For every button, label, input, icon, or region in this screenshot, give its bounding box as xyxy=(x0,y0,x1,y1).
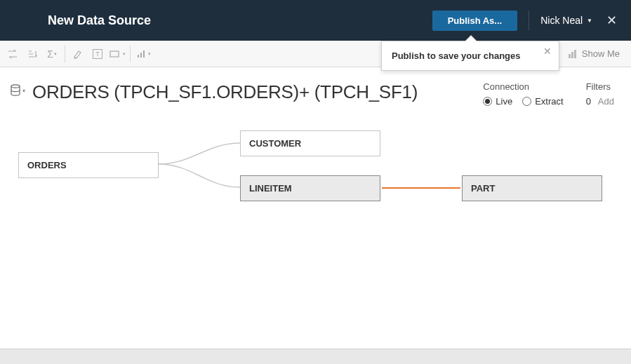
text-icon[interactable]: T xyxy=(88,44,107,64)
svg-rect-2 xyxy=(140,53,142,58)
table-part[interactable]: PART xyxy=(462,175,602,201)
svg-rect-5 xyxy=(571,52,573,58)
svg-point-7 xyxy=(11,85,20,88)
showme-icon xyxy=(568,49,578,59)
radio-icon xyxy=(483,97,492,106)
footer-bar xyxy=(0,349,631,364)
caret-down-icon: ▼ xyxy=(587,18,592,24)
table-lineitem[interactable]: LINEITEM xyxy=(240,175,380,201)
join-canvas[interactable]: ORDERS CUSTOMER LINEITEM PART xyxy=(10,130,614,355)
database-icon[interactable]: ▾ xyxy=(10,84,25,97)
datasource-header: ▾ ORDERS (TPCH_SF1.ORDERS)+ (TPCH_SF1) C… xyxy=(10,81,614,107)
close-icon[interactable]: ✕ xyxy=(606,13,617,28)
user-menu[interactable]: Nick Neal ▼ xyxy=(540,15,592,26)
connection-live-radio[interactable]: Live xyxy=(483,96,512,107)
fit-icon[interactable]: ▾ xyxy=(107,44,127,64)
live-label: Live xyxy=(496,96,512,107)
publish-tooltip: Publish to save your changes ✕ xyxy=(381,41,559,71)
user-name: Nick Neal xyxy=(540,15,583,26)
table-customer[interactable]: CUSTOMER xyxy=(240,130,380,156)
svg-rect-1 xyxy=(138,55,139,58)
svg-rect-3 xyxy=(143,50,145,58)
table-orders[interactable]: ORDERS xyxy=(18,152,159,178)
toolbar-separator xyxy=(130,46,131,62)
filters-count: 0 xyxy=(586,96,591,107)
highlight-icon[interactable] xyxy=(68,44,88,64)
svg-rect-0 xyxy=(110,51,119,57)
header-divider xyxy=(529,11,529,30)
chart-icon[interactable]: ▾ xyxy=(133,44,153,64)
svg-rect-4 xyxy=(569,54,571,58)
sort-asc-icon[interactable] xyxy=(22,44,42,64)
filters-group: Filters 0 Add xyxy=(586,81,614,107)
page-title: New Data Source xyxy=(48,13,432,28)
app-header: New Data Source Publish As... Nick Neal … xyxy=(0,0,631,41)
svg-rect-6 xyxy=(574,50,576,58)
radio-icon xyxy=(522,97,531,106)
main-content: ▾ ORDERS (TPCH_SF1.ORDERS)+ (TPCH_SF1) C… xyxy=(0,67,631,355)
showme-label: Show Me xyxy=(582,48,620,59)
datasource-title[interactable]: ORDERS (TPCH_SF1.ORDERS)+ (TPCH_SF1) xyxy=(32,81,455,103)
connection-radio-row: Live Extract xyxy=(483,96,563,107)
connection-label: Connection xyxy=(483,81,563,92)
toolbar-separator xyxy=(65,46,65,62)
filters-label: Filters xyxy=(586,81,614,92)
tooltip-text: Publish to save your changes xyxy=(392,50,549,61)
publish-button[interactable]: Publish As... xyxy=(432,11,518,31)
filters-add-button[interactable]: Add xyxy=(598,96,614,107)
tooltip-arrow xyxy=(465,35,477,41)
tooltip-close-icon[interactable]: ✕ xyxy=(543,46,552,57)
filters-row: 0 Add xyxy=(586,96,614,107)
show-me-button[interactable]: Show Me xyxy=(559,48,628,59)
extract-label: Extract xyxy=(535,96,563,107)
swap-icon[interactable] xyxy=(3,44,22,64)
connection-extract-radio[interactable]: Extract xyxy=(522,96,563,107)
sigma-icon[interactable]: Σ▾ xyxy=(42,44,62,64)
connection-group: Connection Live Extract xyxy=(483,81,563,107)
join-link-lineitem-part[interactable] xyxy=(382,187,460,189)
